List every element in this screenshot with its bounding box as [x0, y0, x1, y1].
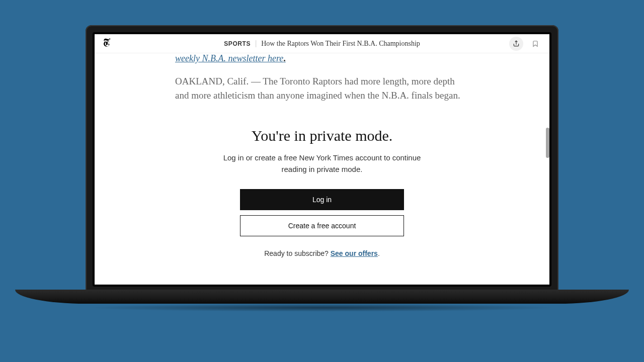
article-paragraph: OAKLAND, Calif. — The Toronto Raptors ha… [175, 74, 469, 103]
paywall-subtitle: Log in or create a free New York Times a… [216, 152, 428, 175]
paywall-title: You're in private mode. [115, 127, 529, 144]
offer-line: Ready to subscribe? See our offers. [115, 249, 529, 257]
see-offers-link[interactable]: See our offers [331, 249, 378, 257]
section-label[interactable]: SPORTS [224, 40, 251, 47]
topbar-actions [509, 37, 540, 51]
bookmark-icon [532, 39, 539, 48]
login-button[interactable]: Log in [240, 189, 404, 210]
newsletter-link[interactable]: weekly N.B.A. newsletter here [175, 53, 283, 63]
topbar-headline: How the Raptors Won Their First N.B.A. C… [261, 40, 420, 48]
scrollbar-thumb[interactable] [546, 128, 549, 158]
nyt-logo[interactable] [104, 38, 112, 49]
offer-prefix: Ready to subscribe? [264, 249, 331, 257]
topbar-title-group: SPORTS How the Raptors Won Their First N… [224, 40, 420, 48]
share-button[interactable] [509, 37, 523, 51]
topbar-divider [256, 40, 256, 47]
newsletter-link-line: weekly N.B.A. newsletter here. [175, 53, 469, 64]
article-body: weekly N.B.A. newsletter here. OAKLAND, … [95, 53, 549, 103]
offer-suffix: . [378, 249, 380, 257]
laptop-bezel: SPORTS How the Raptors Won Their First N… [86, 25, 558, 294]
share-icon [513, 40, 520, 47]
laptop-inner-bezel: SPORTS How the Raptors Won Their First N… [93, 32, 551, 287]
browser-viewport: SPORTS How the Raptors Won Their First N… [95, 34, 549, 285]
laptop-mockup: SPORTS How the Raptors Won Their First N… [86, 25, 558, 294]
paywall-modal: You're in private mode. Log in or create… [95, 117, 549, 267]
article-topbar: SPORTS How the Raptors Won Their First N… [95, 34, 549, 53]
create-account-button[interactable]: Create a free account [240, 215, 404, 236]
bookmark-button[interactable] [530, 38, 540, 50]
newsletter-period: . [283, 53, 286, 63]
laptop-base [15, 290, 629, 304]
